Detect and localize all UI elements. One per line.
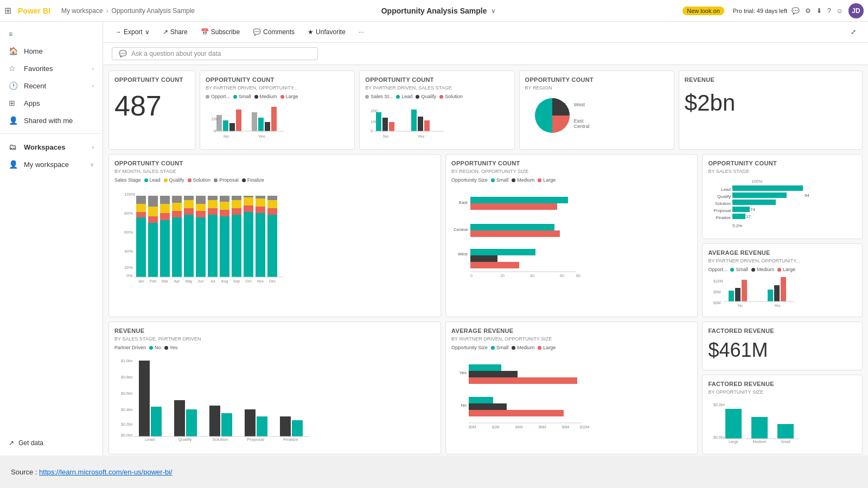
breadcrumb-report[interactable]: Opportunity Analysis Sample (112, 7, 195, 15)
breadcrumb-arrow: › (106, 7, 108, 15)
tile12-value: $461M (708, 336, 857, 364)
svg-text:Jul: Jul (210, 279, 215, 283)
star-icon: ★ (308, 28, 314, 36)
svg-text:Yes: Yes (774, 304, 781, 307)
tile-revenue: Revenue $2bn (679, 70, 863, 150)
sidebar-item-favorites[interactable]: ☆ Favorites › (0, 60, 103, 77)
svg-text:80%: 80% (124, 211, 133, 216)
svg-text:100%: 100% (751, 179, 762, 184)
svg-text:200: 200 (371, 108, 378, 113)
toolbar: → Export ∨ ↗ Share 📅 Subscribe 💬 Comment… (103, 22, 868, 43)
get-data-button[interactable]: ↗ Get data (9, 439, 94, 447)
tile11-legend: Opportunity Size Small Medium Large (451, 345, 692, 350)
tile-factored-revenue-size: Factored Revenue BY OPPORTUNITY SIZE $0.… (702, 375, 863, 454)
svg-text:May: May (185, 279, 193, 284)
grid-icon[interactable]: ⊞ (4, 5, 11, 16)
my-workspace-icon: 👤 (9, 160, 18, 169)
report-title: Opportunity Analysis Sample (381, 7, 487, 15)
notifications-icon[interactable]: 💬 (792, 7, 800, 15)
sidebar-item-shared[interactable]: 👤 Shared with me (0, 112, 103, 129)
svg-rect-146 (209, 406, 220, 436)
svg-rect-129 (742, 280, 747, 301)
svg-text:Lead: Lead (722, 187, 731, 192)
sidebar-item-recent[interactable]: 🕐 Recent › (0, 77, 103, 94)
svg-rect-148 (245, 409, 256, 436)
unfavorite-button[interactable]: ★ Unfavorite (304, 26, 349, 38)
subscribe-button[interactable]: 📅 Subscribe (197, 26, 243, 38)
comments-button[interactable]: 💬 Comments (250, 26, 298, 38)
source-label: Source : (11, 468, 37, 476)
svg-text:17: 17 (746, 214, 751, 219)
tile9-subtitle: BY PARTNER DRIVEN, OPPORTUNITY... (708, 258, 857, 264)
share-label: Share (170, 28, 188, 36)
svg-rect-179 (777, 424, 794, 439)
svg-rect-147 (221, 413, 232, 436)
download-icon[interactable]: ⬇ (816, 7, 822, 15)
svg-text:No: No (461, 403, 467, 408)
tile9-chart: $10M $5M $0M No (708, 274, 816, 310)
svg-rect-111 (732, 185, 803, 191)
user-avatar[interactable]: JD (848, 3, 864, 18)
svg-rect-68 (244, 212, 253, 277)
tile7-subtitle: BY REGION, OPPORTUNITY SIZE (451, 169, 692, 174)
svg-rect-127 (729, 291, 734, 301)
tile-avg-revenue: Average Revenue BY PARTNER DRIVEN, OPPOR… (702, 243, 863, 317)
more-button[interactable]: ··· (355, 26, 367, 38)
svg-rect-6 (265, 122, 270, 131)
settings-icon[interactable]: ⚙ (805, 7, 811, 15)
title-chevron[interactable]: ∨ (491, 7, 496, 15)
svg-text:Aug: Aug (221, 279, 228, 284)
tile7-title: Opportunity Count (451, 160, 692, 166)
svg-rect-132 (781, 277, 786, 301)
svg-text:Apr: Apr (174, 279, 181, 284)
tile5-value: $2bn (685, 85, 857, 121)
svg-rect-70 (244, 197, 253, 206)
help-icon[interactable]: ? (827, 7, 831, 15)
tile-opp-region: Opportunity Count BY REGION West East (519, 70, 674, 150)
tile9-title: Average Revenue (708, 249, 857, 256)
tile9-legend: Opport... Small Medium Large (708, 267, 857, 272)
tile6-title: Opportunity Count (114, 160, 435, 166)
svg-rect-51 (184, 196, 194, 200)
svg-rect-48 (184, 215, 194, 277)
feedback-icon[interactable]: ☺ (837, 7, 843, 15)
ask-question-input[interactable]: 💬 Ask a question about your data (112, 47, 318, 60)
sidebar-item-workspaces[interactable]: 🗂 Workspaces › (0, 138, 103, 156)
export-label: Export (124, 28, 143, 36)
svg-rect-43 (160, 196, 170, 204)
tile6-chart: 100% 80% 60% 40% 20% 0% (114, 185, 304, 280)
svg-rect-53 (196, 211, 206, 217)
svg-rect-113 (732, 192, 787, 198)
svg-text:40: 40 (530, 274, 534, 278)
svg-rect-118 (732, 207, 750, 212)
source-link[interactable]: https://learn.microsoft.com/en-us/power-… (39, 468, 173, 476)
sidebar: ≡ 🏠 Home ☆ Favorites › 🕐 Recent › ⊞ Apps… (0, 22, 103, 455)
sidebar-item-apps[interactable]: ⊞ Apps (0, 94, 103, 112)
svg-rect-72 (256, 213, 265, 277)
breadcrumb-workspace[interactable]: My workspace (61, 7, 103, 15)
svg-text:80: 80 (576, 274, 580, 278)
svg-rect-66 (232, 200, 241, 208)
top-navigation: ⊞ Power BI My workspace › Opportunity An… (0, 0, 868, 22)
expand-button[interactable]: ⤢ (847, 26, 859, 38)
sidebar-item-my-workspace[interactable]: 👤 My workspace ∨ (0, 156, 103, 173)
svg-text:60: 60 (560, 274, 564, 278)
svg-text:$0M: $0M (713, 301, 721, 305)
svg-text:$0.0bn: $0.0bn (121, 433, 133, 437)
svg-rect-52 (196, 217, 206, 277)
svg-rect-38 (148, 207, 158, 216)
new-look-toggle[interactable]: New look on (682, 7, 724, 15)
svg-text:$4M: $4M (515, 425, 523, 429)
tile8-subtitle: BY SALES STAGE (708, 169, 857, 174)
export-button[interactable]: → Export ∨ (112, 26, 153, 38)
svg-rect-145 (186, 409, 197, 436)
svg-text:$0.2bn: $0.2bn (713, 403, 725, 407)
svg-text:$2M: $2M (492, 425, 500, 429)
tile-opp-region-size: Opportunity Count BY REGION, OPPORTUNITY… (445, 154, 698, 317)
svg-rect-101 (470, 255, 497, 262)
hamburger-menu[interactable]: ≡ (0, 26, 103, 42)
svg-rect-61 (220, 210, 229, 216)
share-button[interactable]: ↗ Share (159, 26, 191, 38)
unfavorite-label: Unfavorite (316, 28, 346, 36)
sidebar-item-home[interactable]: 🏠 Home (0, 42, 103, 60)
